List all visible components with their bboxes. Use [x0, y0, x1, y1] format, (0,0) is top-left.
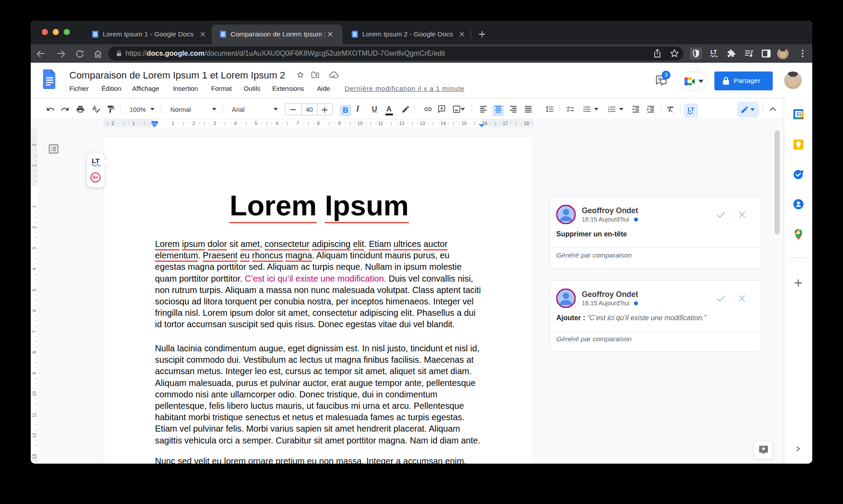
svg-text:LT: LT: [710, 49, 717, 55]
svg-text:31: 31: [796, 111, 801, 117]
svg-text:LT: LT: [688, 106, 695, 113]
svg-text:LT: LT: [92, 157, 100, 164]
